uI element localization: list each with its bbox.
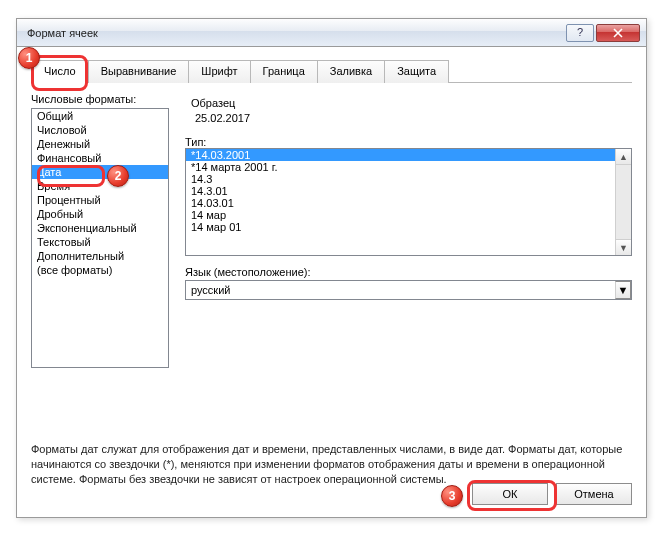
list-item[interactable]: Финансовый xyxy=(32,151,168,165)
type-label: Тип: xyxy=(185,136,632,148)
list-item[interactable]: Текстовый xyxy=(32,235,168,249)
locale-select[interactable]: русский ▼ xyxy=(185,280,632,300)
list-item[interactable]: Дробный xyxy=(32,207,168,221)
tab-fill[interactable]: Заливка xyxy=(317,60,385,83)
list-item[interactable]: Время xyxy=(32,179,168,193)
list-item[interactable]: Экспоненциальный xyxy=(32,221,168,235)
type-list-inner: *14.03.2001 *14 марта 2001 г. 14.3 14.3.… xyxy=(186,149,615,255)
help-button[interactable]: ? xyxy=(566,24,594,42)
format-description: Форматы дат служат для отображения дат и… xyxy=(31,442,632,487)
list-item[interactable]: Процентный xyxy=(32,193,168,207)
category-label: Числовые форматы: xyxy=(31,93,169,105)
list-item[interactable]: 14 мар 01 xyxy=(186,221,615,233)
list-item[interactable]: Денежный xyxy=(32,137,168,151)
list-item[interactable]: Дополнительный xyxy=(32,249,168,263)
list-item[interactable]: Общий xyxy=(32,109,168,123)
sample-label: Образец xyxy=(191,97,632,109)
titlebar: Формат ячеек ? xyxy=(17,19,646,47)
dialog-content: Число Выравнивание Шрифт Граница Заливка… xyxy=(17,47,646,517)
ok-button[interactable]: ОК xyxy=(472,483,548,505)
close-button[interactable] xyxy=(596,24,640,42)
window-title: Формат ячеек xyxy=(27,27,566,39)
scrollbar[interactable]: ▲ ▼ xyxy=(615,149,631,255)
locale-label: Язык (местоположение): xyxy=(185,266,632,278)
list-item-selected[interactable]: *14.03.2001 xyxy=(186,149,615,161)
scroll-down-icon[interactable]: ▼ xyxy=(616,239,631,255)
list-item[interactable]: Числовой xyxy=(32,123,168,137)
list-item[interactable]: *14 марта 2001 г. xyxy=(186,161,615,173)
window-buttons: ? xyxy=(566,24,640,42)
tab-protection[interactable]: Защита xyxy=(384,60,449,83)
list-item[interactable]: (все форматы) xyxy=(32,263,168,277)
tab-strip: Число Выравнивание Шрифт Граница Заливка… xyxy=(31,59,632,83)
dialog-buttons: ОК Отмена xyxy=(472,483,632,505)
locale-value: русский xyxy=(186,284,615,296)
sample-box: Образец 25.02.2017 xyxy=(185,93,632,134)
scroll-track[interactable] xyxy=(616,165,631,239)
tab-alignment[interactable]: Выравнивание xyxy=(88,60,190,83)
category-list[interactable]: Общий Числовой Денежный Финансовый Дата … xyxy=(31,108,169,368)
list-item[interactable]: 14 мар xyxy=(186,209,615,221)
category-column: Числовые форматы: Общий Числовой Денежны… xyxy=(31,93,169,368)
sample-value: 25.02.2017 xyxy=(191,109,632,124)
list-item[interactable]: 14.03.01 xyxy=(186,197,615,209)
tab-panel-number: Числовые форматы: Общий Числовой Денежны… xyxy=(31,93,632,368)
scroll-up-icon[interactable]: ▲ xyxy=(616,149,631,165)
dialog-window: Формат ячеек ? Число Выравнивание Шрифт … xyxy=(16,18,647,518)
list-item[interactable]: 14.3 xyxy=(186,173,615,185)
tab-border[interactable]: Граница xyxy=(250,60,318,83)
tab-number[interactable]: Число xyxy=(31,60,89,83)
details-column: Образец 25.02.2017 Тип: *14.03.2001 *14 … xyxy=(185,93,632,368)
tab-font[interactable]: Шрифт xyxy=(188,60,250,83)
cancel-button[interactable]: Отмена xyxy=(556,483,632,505)
type-list[interactable]: *14.03.2001 *14 марта 2001 г. 14.3 14.3.… xyxy=(185,148,632,256)
svg-text:?: ? xyxy=(577,28,583,38)
list-item-selected[interactable]: Дата xyxy=(32,165,168,179)
chevron-down-icon[interactable]: ▼ xyxy=(615,281,631,299)
list-item[interactable]: 14.3.01 xyxy=(186,185,615,197)
